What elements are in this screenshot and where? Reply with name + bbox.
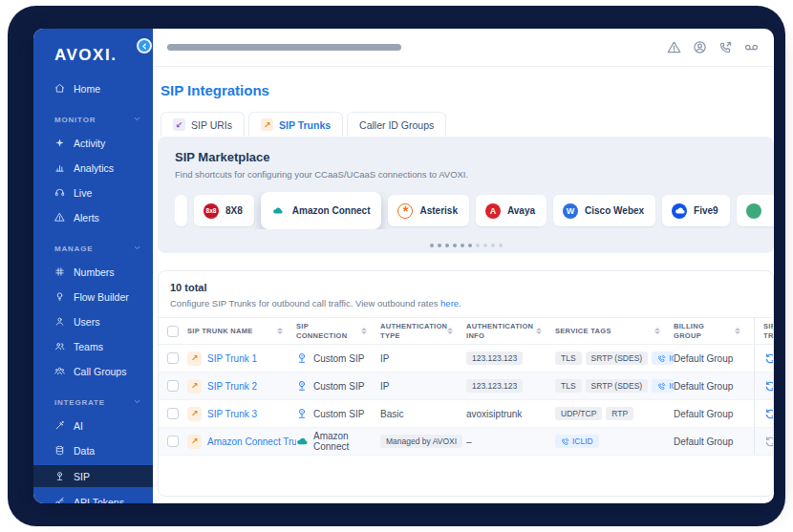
row-checkbox[interactable] [167,352,179,364]
marketplace-card-amazon-connect[interactable]: Amazon Connect [261,192,382,229]
sidebar-item-sip[interactable]: SIP [33,465,153,487]
topbar [153,29,774,67]
sidebar-item-label: Teams [74,341,103,352]
trunk-name-cell: ↗SIP Trunk 3 [187,407,296,421]
sort-icon[interactable] [735,328,740,334]
teams-icon [54,341,65,351]
trunk-name-link[interactable]: SIP Trunk 2 [207,381,257,392]
phone-wave-icon [657,382,666,391]
table-row: ↗SIP Trunk 3Custom SIPBasicavoxisiptrunk… [159,400,773,428]
sync-refresh-icon[interactable] [763,351,774,366]
outbound-rates-link[interactable]: here. [440,298,461,309]
row-checkbox[interactable] [167,408,179,419]
sidebar-collapse-button[interactable] [137,38,152,53]
carousel-dot[interactable] [483,244,487,247]
billing-group-cell: Default Group [674,353,754,364]
sidebar-item-users[interactable]: Users [33,311,153,331]
sidebar-item-activity[interactable]: Activity [33,133,153,153]
sidebar-section-monitor[interactable]: MONITOR [33,112,153,127]
chevron-down-icon [133,244,141,254]
carousel-dot[interactable] [438,244,441,247]
sidebar-item-ai[interactable]: AI [33,415,153,436]
phone-wave-icon [657,354,666,363]
sidebar-item-live[interactable]: Live [33,182,153,202]
arrow-up-right-icon: ↗ [187,379,202,394]
phone-out-icon[interactable] [718,40,733,54]
sort-icon[interactable] [536,328,542,334]
account-circle-icon[interactable] [693,40,707,54]
carousel-dot[interactable] [461,244,464,247]
activity-icon [54,138,65,148]
8X8-logo-icon: 8x8 [204,203,219,219]
sidebar-section-label: MANAGE [54,245,93,253]
auth-type-cell: Basic [380,409,466,419]
sidebar-item-data[interactable]: Data [33,440,153,460]
sync-refresh-icon[interactable] [763,379,774,394]
sidebar-item-flow-builder[interactable]: Flow Builder [33,287,153,307]
sidebar-item-label: Live [74,187,92,199]
app-window: AVOXI. HomeMONITORActivityAnalyticsLiveA… [33,29,774,503]
service-tag-rtp: RTP [606,407,633,420]
tab-label: SIP URIs [191,119,232,131]
trunk-name-link[interactable]: SIP Trunk 1 [207,353,257,364]
trunk-name-link[interactable]: SIP Trunk 3 [207,409,257,419]
trunk-name-link[interactable]: Amazon Connect Trunk [207,436,296,447]
sidebar-item-api-tokens[interactable]: API Tokens [33,492,153,503]
carousel-dot[interactable] [491,244,495,247]
tag-label: TLS [561,353,576,363]
tag-label: UDP/TCP [561,409,596,418]
sort-icon[interactable] [277,328,283,334]
marketplace-card-avaya[interactable]: AAvaya [476,195,547,226]
sidebar-item-alerts[interactable]: Alerts [33,207,153,227]
marketplace-card-partial[interactable] [737,195,774,226]
sort-icon[interactable] [361,328,367,334]
marketplace-card-label: Five9 [694,205,718,216]
billing-group-cell: Default Group [674,409,754,419]
carousel-dot[interactable] [476,244,480,247]
sidebar-item-numbers[interactable]: Numbers [33,262,153,282]
auth-info-text: avoxisiptrunk [466,409,522,419]
row-checkbox[interactable] [167,380,179,392]
alert-triangle-icon[interactable] [667,40,681,54]
sync-refresh-icon[interactable] [763,407,774,421]
tab-sip-uris[interactable]: ↙SIP URIs [161,112,245,137]
sidebar-item-teams[interactable]: Teams [33,336,153,356]
column-header-conn: SIP CONNECTION [296,322,380,340]
marketplace-card-label: Asterisk [419,205,457,216]
carousel-dot[interactable] [453,244,457,247]
row-checkbox[interactable] [167,436,179,447]
sidebar-section-label: MONITOR [54,116,96,124]
tab-label: Caller ID Groups [359,119,434,131]
arrow-up-right-icon: ↗ [187,435,202,449]
sort-icon[interactable] [654,328,660,334]
auth-type-chip: Managed by AVOXI [380,435,462,448]
sidebar-section-integrate[interactable]: INTEGRATE [33,394,153,410]
marketplace-card-five9[interactable]: Five9 [662,195,730,226]
sort-icon[interactable] [447,328,453,334]
arrow-up-right-icon: ↗ [187,351,202,366]
sidebar-item-analytics[interactable]: Analytics [33,158,153,178]
tab-sip-trunks[interactable]: ↗SIP Trunks [248,112,343,137]
sip-connection-cell: Amazon Connect [296,431,380,452]
auth-info-text: – [466,436,472,447]
voicemail-icon[interactable] [744,40,759,54]
service-tag-tls: TLS [555,379,582,393]
sidebar-item-call-groups[interactable]: Call Groups [33,361,153,381]
sync-refresh-icon [763,435,774,449]
marketplace-card-8x8[interactable]: 8x88X8 [194,195,254,226]
table-description: Configure SIP Trunks for outbound call t… [159,293,773,317]
carousel-dot[interactable] [499,244,503,247]
marketplace-card-previous-sliver[interactable] [175,195,187,226]
marketplace-card-asterisk[interactable]: *Asterisk [388,195,468,226]
amazon-cloud-icon [296,436,308,447]
carousel-dot[interactable] [445,244,449,247]
marketplace-card-cisco-webex[interactable]: WCisco Webex [553,195,655,226]
tab-caller-id-groups[interactable]: Caller ID Groups [347,112,446,137]
sidebar-item-home[interactable]: Home [33,78,153,98]
sidebar-section-manage[interactable]: MANAGE [33,241,153,256]
sidebar-item-label: AI [74,420,83,432]
carousel-dot[interactable] [430,244,434,247]
billing-group-text: Default Group [674,353,733,364]
carousel-dot[interactable] [468,244,472,247]
select-all-checkbox[interactable] [167,326,179,337]
